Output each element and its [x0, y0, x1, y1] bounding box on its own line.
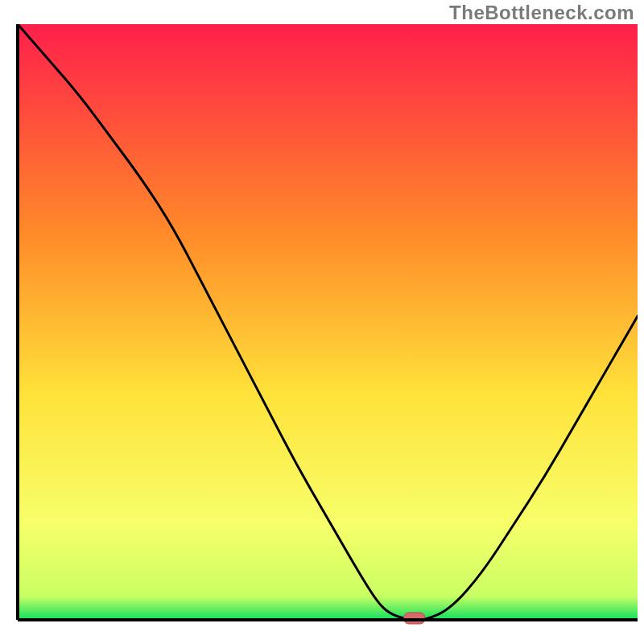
bottleneck-chart — [0, 0, 644, 644]
watermark-text: TheBottleneck.com — [449, 2, 634, 24]
gradient-background — [18, 24, 638, 620]
chart-container: TheBottleneck.com — [0, 0, 644, 644]
